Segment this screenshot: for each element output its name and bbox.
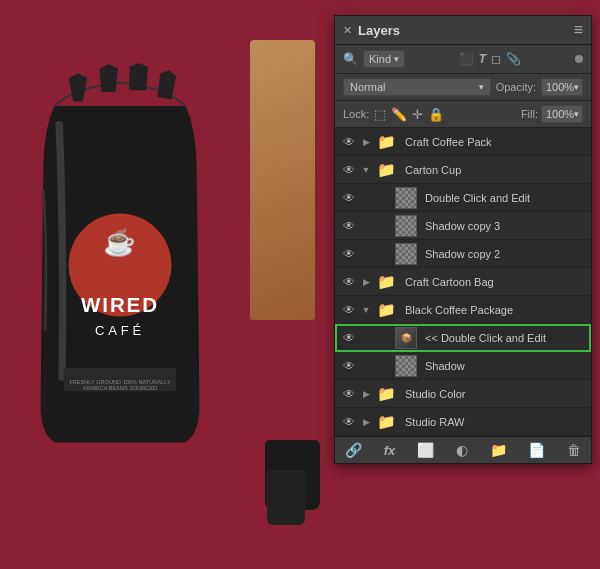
layer-row[interactable]: 👁▶📁Craft Cartoon Bag [335,268,591,296]
delete-layer-icon[interactable]: 🗑 [567,442,581,458]
layer-thumbnail [395,215,417,237]
fx-button[interactable]: fx [384,443,396,458]
filter-icons: ⬛ T ◻ 📎 [410,52,570,66]
layer-row[interactable]: 👁▼📁Carton Cup [335,156,591,184]
eye-icon[interactable]: 👁 [341,191,357,205]
opacity-dropdown[interactable]: 100% ▾ [541,78,583,96]
coffee-bag-svg: ☕ WIRED CAFÉ FRESHLY GROUND 100% NATURAL… [25,50,215,480]
panel-close-icon[interactable]: ✕ [343,24,352,37]
fill-value: 100% [546,108,574,120]
blend-mode-arrow: ▾ [479,82,484,92]
kind-dropdown[interactable]: Kind ▾ [363,50,405,68]
expand-icon[interactable]: ▶ [361,137,371,147]
layer-row[interactable]: 👁Double Click and Edit [335,184,591,212]
layer-row[interactable]: 👁Shadow [335,352,591,380]
layer-row[interactable]: 👁Shadow copy 3 [335,212,591,240]
eye-icon[interactable]: 👁 [341,303,357,317]
layer-name: << Double Click and Edit [425,332,585,344]
layer-thumbnail: 📁 [375,411,397,433]
layer-thumbnail: 📁 [375,271,397,293]
new-group-icon[interactable]: 📁 [490,442,507,458]
svg-text:FRESHLY GROUND          100% N: FRESHLY GROUND 100% NATURALLY [69,379,171,385]
svg-text:WIRED: WIRED [81,293,159,316]
layer-name: Shadow copy 2 [425,248,585,260]
lock-pixels-icon[interactable]: ✏️ [391,107,407,122]
link-icon[interactable]: 🔗 [345,442,362,458]
svg-text:☕: ☕ [104,226,137,258]
layers-panel: ✕ Layers ≡ 🔍 Kind ▾ ⬛ T ◻ 📎 Normal ▾ Opa… [334,15,592,464]
layer-name: Craft Coffee Pack [405,136,585,148]
eye-icon[interactable]: 👁 [341,331,357,345]
layer-name: Studio RAW [405,416,585,428]
fill-dropdown[interactable]: 100% ▾ [541,105,583,123]
new-layer-icon[interactable]: 📄 [528,442,545,458]
pixel-filter-icon[interactable]: ⬛ [459,52,474,66]
shape-filter-icon[interactable]: ◻ [491,52,501,66]
coffee-bag-area: ☕ WIRED CAFÉ FRESHLY GROUND 100% NATURAL… [15,40,295,560]
add-mask-icon[interactable]: ⬜ [417,442,434,458]
text-filter-icon[interactable]: T [479,52,486,66]
layer-row[interactable]: 👁📦<< Double Click and Edit [335,324,591,352]
lock-bar: Lock: ⬚ ✏️ ✛ 🔒 Fill: 100% ▾ [335,101,591,128]
fill-group: Fill: 100% ▾ [521,105,583,123]
search-icon: 🔍 [343,52,358,66]
expand-icon[interactable]: ▶ [361,417,371,427]
panel-footer: 🔗 fx ⬜ ◐ 📁 📄 🗑 [335,436,591,463]
layer-name: Shadow copy 3 [425,220,585,232]
svg-text:CAFÉ: CAFÉ [95,323,145,338]
eye-icon[interactable]: 👁 [341,135,357,149]
fill-label: Fill: [521,108,538,120]
expand-icon[interactable]: ▼ [361,165,371,175]
lock-artboard-icon[interactable]: 🔒 [428,107,444,122]
layer-name: Double Click and Edit [425,192,585,204]
layer-thumbnail [395,187,417,209]
layer-thumbnail [395,355,417,377]
fill-arrow: ▾ [574,109,579,119]
lock-icons: ⬚ ✏️ ✛ 🔒 [374,107,444,122]
layer-row[interactable]: 👁▶📁Craft Coffee Pack [335,128,591,156]
smart-filter-icon[interactable]: 📎 [506,52,521,66]
opacity-arrow: ▾ [574,82,579,92]
eye-icon[interactable]: 👁 [341,387,357,401]
layer-row[interactable]: 👁▶📁Studio RAW [335,408,591,436]
eye-icon[interactable]: 👁 [341,359,357,373]
eye-icon[interactable]: 👁 [341,163,357,177]
layer-row[interactable]: 👁▶📁Studio Color [335,380,591,408]
layer-thumbnail: 📁 [375,383,397,405]
blend-mode-dropdown[interactable]: Normal ▾ [343,78,491,96]
filter-status-dot [575,55,583,63]
eye-icon[interactable]: 👁 [341,415,357,429]
cup-small [267,470,305,525]
layer-thumbnail: 📁 [375,299,397,321]
filter-bar: 🔍 Kind ▾ ⬛ T ◻ 📎 [335,45,591,74]
layer-name: Craft Cartoon Bag [405,276,585,288]
panel-header: ✕ Layers ≡ [335,16,591,45]
paper-bag [250,40,315,320]
layer-thumbnail: 📁 [375,131,397,153]
adjustment-layer-icon[interactable]: ◐ [456,442,468,458]
eye-icon[interactable]: 👁 [341,275,357,289]
lock-label: Lock: [343,108,369,120]
eye-icon[interactable]: 👁 [341,247,357,261]
blend-mode-label: Normal [350,81,385,93]
expand-icon[interactable]: ▶ [361,389,371,399]
lock-transparent-icon[interactable]: ⬚ [374,107,386,122]
layer-name: Shadow [425,360,585,372]
kind-label: Kind [369,53,391,65]
panel-title: Layers [358,23,400,38]
layer-thumbnail [395,243,417,265]
layers-list: 👁▶📁Craft Coffee Pack👁▼📁Carton Cup👁Double… [335,128,591,436]
layer-thumbnail: 📁 [375,159,397,181]
blend-mode-bar: Normal ▾ Opacity: 100% ▾ [335,74,591,101]
expand-icon[interactable]: ▶ [361,277,371,287]
expand-icon[interactable]: ▼ [361,305,371,315]
layer-row[interactable]: 👁Shadow copy 2 [335,240,591,268]
panel-menu-icon[interactable]: ≡ [574,21,583,39]
svg-text:ARABICA BEANS           SOURCE: ARABICA BEANS SOURCED [83,385,157,391]
layer-thumbnail: 📦 [395,327,417,349]
kind-dropdown-arrow: ▾ [394,54,399,64]
lock-position-icon[interactable]: ✛ [412,107,423,122]
opacity-value: 100% [546,81,574,93]
eye-icon[interactable]: 👁 [341,219,357,233]
layer-row[interactable]: 👁▼📁Black Coffee Package [335,296,591,324]
